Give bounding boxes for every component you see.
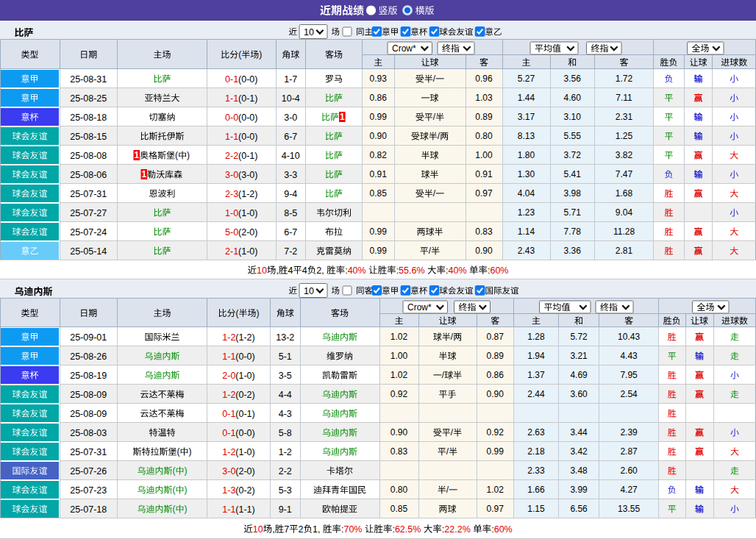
svg-text:0.82: 0.82 — [370, 150, 388, 160]
svg-text:(0-2): (0-2) — [235, 390, 254, 400]
svg-text:1,: 1, — [313, 524, 320, 535]
svg-text:4.27: 4.27 — [620, 485, 638, 495]
svg-text:3.60: 3.60 — [570, 389, 588, 399]
svg-text:0.87: 0.87 — [487, 332, 504, 342]
svg-text:1-1: 1-1 — [225, 132, 238, 142]
svg-text:3-0: 3-0 — [225, 170, 238, 180]
svg-text:3.42: 3.42 — [570, 446, 588, 457]
svg-text:13.55: 13.55 — [618, 504, 640, 514]
svg-text:5.71: 5.71 — [564, 207, 582, 218]
svg-text:2-3: 2-3 — [225, 189, 238, 199]
svg-text:0.91: 0.91 — [475, 169, 493, 179]
svg-text:2.63: 2.63 — [527, 427, 545, 438]
svg-text:25-08-25: 25-08-25 — [70, 93, 107, 104]
svg-text:1.72: 1.72 — [616, 74, 633, 84]
svg-text:0.92: 0.92 — [487, 427, 504, 438]
svg-text:2.33: 2.33 — [527, 465, 545, 476]
svg-text:): ) — [259, 49, 262, 60]
svg-text:7-2: 7-2 — [284, 246, 297, 257]
svg-text:3.99: 3.99 — [570, 485, 588, 495]
svg-text:2-2: 2-2 — [225, 151, 238, 161]
svg-text:25-08-15: 25-08-15 — [70, 132, 107, 142]
svg-text:0-1: 0-1 — [222, 428, 235, 438]
svg-text:3.21: 3.21 — [570, 351, 588, 361]
svg-text:13-2: 13-2 — [276, 332, 294, 343]
svg-text:1.23: 1.23 — [518, 207, 535, 218]
svg-text:25-08-06: 25-08-06 — [70, 170, 107, 180]
svg-text:): ) — [257, 308, 260, 318]
svg-text:(0-1): (0-1) — [238, 151, 257, 161]
svg-text:2.87: 2.87 — [620, 446, 638, 457]
svg-text:(0-1): (0-1) — [235, 409, 254, 419]
svg-text:5.41: 5.41 — [564, 169, 582, 179]
svg-text:4.60: 4.60 — [564, 93, 582, 103]
svg-text:0.97: 0.97 — [475, 188, 493, 199]
svg-text:25-08-08: 25-08-08 — [70, 151, 107, 161]
svg-text:0.83: 0.83 — [391, 446, 408, 457]
svg-text:25-08-19: 25-08-19 — [70, 371, 107, 381]
svg-text:5.27: 5.27 — [518, 74, 535, 84]
svg-text:0.91: 0.91 — [370, 169, 388, 179]
svg-text:1.94: 1.94 — [527, 351, 545, 361]
svg-text:3.10: 3.10 — [564, 112, 582, 122]
svg-text:(: ( — [173, 485, 176, 495]
svg-text:1-2: 1-2 — [279, 447, 292, 457]
svg-text:10-4: 10-4 — [282, 93, 300, 104]
svg-text:(1-0): (1-0) — [238, 208, 257, 218]
svg-text:22.2%: 22.2% — [444, 524, 470, 535]
svg-text:(3-0): (3-0) — [238, 170, 257, 180]
svg-text:5.55: 5.55 — [564, 131, 582, 141]
svg-text:0.85: 0.85 — [370, 188, 388, 199]
svg-text:0.90: 0.90 — [487, 389, 504, 399]
svg-text:6-7: 6-7 — [284, 227, 297, 238]
svg-text:0.99: 0.99 — [370, 226, 388, 237]
svg-text:4.43: 4.43 — [620, 351, 638, 361]
svg-text:0.90: 0.90 — [370, 131, 388, 141]
svg-text:1-1: 1-1 — [222, 504, 235, 515]
svg-text:25-05-14: 25-05-14 — [70, 246, 107, 257]
svg-text:(: ( — [177, 446, 180, 457]
svg-text:1.44: 1.44 — [518, 93, 535, 103]
svg-text:9-1: 9-1 — [279, 504, 292, 515]
svg-text:70%: 70% — [343, 524, 362, 535]
svg-text:10: 10 — [257, 265, 267, 276]
svg-text:25-07-18: 25-07-18 — [70, 504, 107, 515]
svg-text:3.82: 3.82 — [616, 150, 633, 160]
svg-text:2.43: 2.43 — [518, 246, 535, 256]
svg-text:3.72: 3.72 — [564, 150, 582, 160]
svg-text:8.13: 8.13 — [518, 131, 535, 141]
svg-text:25-07-24: 25-07-24 — [70, 227, 107, 238]
svg-text:25-08-26: 25-08-26 — [70, 351, 107, 362]
svg-text:1.14: 1.14 — [518, 226, 535, 237]
svg-text:4.04: 4.04 — [518, 188, 535, 199]
svg-text:3-5: 3-5 — [279, 371, 292, 381]
svg-text:9.04: 9.04 — [616, 207, 633, 218]
svg-text:25-08-31: 25-08-31 — [70, 74, 107, 85]
svg-text:40%: 40% — [449, 265, 467, 276]
svg-text:2.31: 2.31 — [616, 112, 633, 122]
svg-text:4-10: 4-10 — [282, 151, 300, 161]
svg-text:25-09-01: 25-09-01 — [70, 332, 107, 343]
svg-text:5-1: 5-1 — [279, 351, 292, 362]
svg-text:Crow*: Crow* — [407, 302, 432, 313]
svg-text:3.36: 3.36 — [564, 246, 582, 256]
svg-text:10.43: 10.43 — [618, 332, 640, 342]
svg-text:1: 1 — [340, 112, 345, 122]
svg-text:(0-1): (0-1) — [238, 93, 257, 104]
svg-text:3-0: 3-0 — [222, 466, 235, 476]
svg-text:25-08-03: 25-08-03 — [70, 428, 107, 438]
svg-text:25-07-26: 25-07-26 — [70, 466, 107, 476]
svg-text:5-3: 5-3 — [279, 485, 292, 496]
svg-text:1-1: 1-1 — [225, 93, 238, 104]
svg-text:(0-0): (0-0) — [235, 351, 254, 362]
svg-text:): ) — [185, 504, 188, 514]
svg-text:0.89: 0.89 — [475, 112, 493, 122]
svg-text:3-3: 3-3 — [284, 170, 297, 180]
svg-text:1.02: 1.02 — [391, 332, 408, 342]
svg-text:3.98: 3.98 — [564, 188, 582, 199]
svg-text:1-3: 1-3 — [222, 485, 235, 496]
svg-text:3.56: 3.56 — [564, 74, 582, 84]
svg-text:0.93: 0.93 — [370, 74, 388, 84]
svg-text:1.00: 1.00 — [391, 351, 408, 361]
svg-text:1-7: 1-7 — [284, 74, 297, 85]
